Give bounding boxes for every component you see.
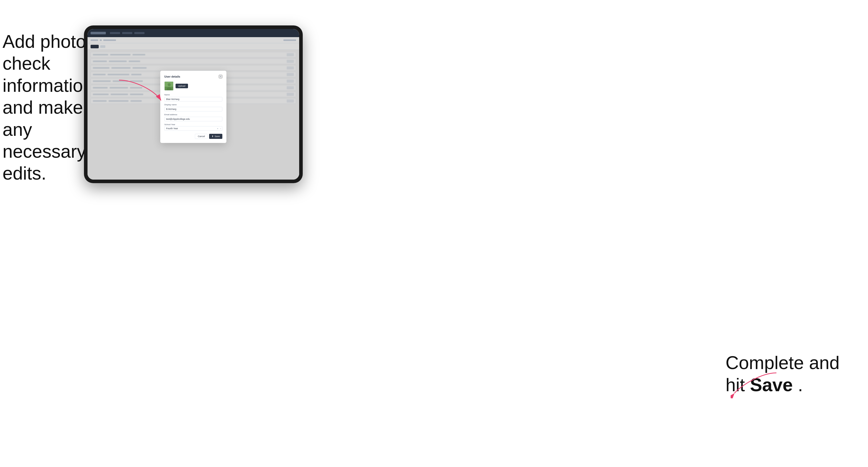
display-name-input[interactable] <box>164 107 222 112</box>
modal-close-button[interactable]: × <box>219 75 222 79</box>
save-button[interactable]: ⬆ Save <box>209 134 222 139</box>
name-input[interactable] <box>164 97 222 101</box>
name-field-group: Name <box>164 94 222 101</box>
display-name-field-group: Display name <box>164 103 222 112</box>
tablet-screen: User details × <box>88 29 299 180</box>
email-input[interactable] <box>164 117 222 121</box>
modal-title-row: User details × <box>164 75 222 79</box>
modal-title: User details <box>164 75 180 78</box>
upload-photo-button[interactable]: Upload <box>176 84 188 88</box>
school-year-field-group: School Year × ⌄ <box>164 123 222 131</box>
name-label: Name <box>164 94 222 96</box>
annotation-right-end: . <box>798 375 803 395</box>
school-year-clear-icon[interactable]: × <box>217 127 218 130</box>
save-icon: ⬆ <box>212 135 214 137</box>
photo-inner <box>164 82 173 90</box>
school-year-select-wrapper: × ⌄ <box>164 126 222 131</box>
email-label: Email address <box>164 114 222 116</box>
svg-point-1 <box>168 83 171 86</box>
modal-footer: Cancel ⬆ Save <box>164 134 222 139</box>
user-details-modal: User details × <box>160 71 226 143</box>
cancel-button[interactable]: Cancel <box>195 134 208 139</box>
arrow-to-save <box>731 368 781 398</box>
photo-section: Upload <box>164 82 222 91</box>
save-label: Save <box>214 135 220 137</box>
tablet-frame: User details × <box>84 25 303 183</box>
school-year-label: School Year <box>164 123 222 126</box>
user-photo-thumbnail <box>164 82 174 91</box>
email-field-group: Email address <box>164 114 222 121</box>
display-name-label: Display name <box>164 103 222 106</box>
school-year-input[interactable] <box>164 126 222 131</box>
svg-rect-3 <box>164 87 174 91</box>
modal-overlay: User details × <box>88 29 299 180</box>
